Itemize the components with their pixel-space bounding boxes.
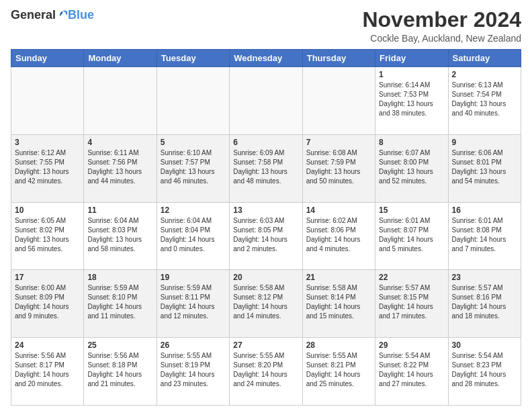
calendar-cell: 1Sunrise: 6:14 AM Sunset: 7:53 PM Daylig… [375, 67, 448, 135]
page: General Blue November 2024 Cockle Bay, A… [0, 0, 532, 411]
month-title: November 2024 [362, 8, 521, 32]
week-row-2: 3Sunrise: 6:12 AM Sunset: 7:55 PM Daylig… [11, 134, 521, 202]
day-info: Sunrise: 5:54 AM Sunset: 8:23 PM Dayligh… [452, 351, 517, 389]
day-info: Sunrise: 6:08 AM Sunset: 7:59 PM Dayligh… [306, 148, 371, 186]
header-monday: Monday [84, 50, 157, 67]
day-number: 1 [379, 70, 444, 79]
day-info: Sunrise: 5:56 AM Sunset: 8:18 PM Dayligh… [87, 351, 152, 389]
day-number: 13 [233, 205, 298, 215]
calendar-cell: 7Sunrise: 6:08 AM Sunset: 7:59 PM Daylig… [302, 134, 375, 202]
day-number: 22 [379, 273, 444, 282]
day-info: Sunrise: 5:56 AM Sunset: 8:17 PM Dayligh… [15, 351, 80, 389]
day-number: 23 [452, 273, 517, 282]
calendar-cell: 23Sunrise: 5:57 AM Sunset: 8:16 PM Dayli… [448, 270, 521, 338]
calendar-cell: 24Sunrise: 5:56 AM Sunset: 8:17 PM Dayli… [11, 338, 84, 406]
day-number: 21 [306, 273, 371, 282]
day-info: Sunrise: 6:04 AM Sunset: 8:04 PM Dayligh… [161, 216, 226, 254]
day-info: Sunrise: 5:59 AM Sunset: 8:10 PM Dayligh… [87, 283, 152, 321]
day-number: 29 [379, 340, 444, 350]
day-info: Sunrise: 6:02 AM Sunset: 8:06 PM Dayligh… [306, 216, 371, 254]
calendar-cell: 17Sunrise: 6:00 AM Sunset: 8:09 PM Dayli… [11, 270, 84, 338]
calendar-header-row: Sunday Monday Tuesday Wednesday Thursday… [11, 50, 521, 67]
calendar-cell: 30Sunrise: 5:54 AM Sunset: 8:23 PM Dayli… [448, 338, 521, 406]
day-info: Sunrise: 5:55 AM Sunset: 8:21 PM Dayligh… [306, 351, 371, 389]
calendar-cell [157, 67, 229, 135]
day-number: 9 [452, 138, 517, 147]
day-number: 18 [87, 273, 152, 282]
calendar-table: Sunday Monday Tuesday Wednesday Thursday… [11, 49, 521, 406]
week-row-3: 10Sunrise: 6:05 AM Sunset: 8:02 PM Dayli… [11, 202, 521, 270]
week-row-1: 1Sunrise: 6:14 AM Sunset: 7:53 PM Daylig… [11, 67, 521, 135]
logo-blue-text: Blue [68, 8, 94, 22]
calendar-cell: 27Sunrise: 5:55 AM Sunset: 8:20 PM Dayli… [230, 338, 302, 406]
title-section: November 2024 Cockle Bay, Auckland, New … [362, 8, 521, 44]
day-info: Sunrise: 6:01 AM Sunset: 8:07 PM Dayligh… [379, 216, 444, 254]
day-info: Sunrise: 5:54 AM Sunset: 8:22 PM Dayligh… [379, 351, 444, 389]
header-saturday: Saturday [448, 50, 521, 67]
calendar-cell: 12Sunrise: 6:04 AM Sunset: 8:04 PM Dayli… [157, 202, 229, 270]
day-number: 10 [15, 205, 80, 215]
calendar-cell: 11Sunrise: 6:04 AM Sunset: 8:03 PM Dayli… [84, 202, 157, 270]
calendar-cell: 29Sunrise: 5:54 AM Sunset: 8:22 PM Dayli… [375, 338, 448, 406]
day-number: 19 [161, 273, 226, 282]
day-number: 26 [161, 340, 226, 350]
calendar-cell: 9Sunrise: 6:06 AM Sunset: 8:01 PM Daylig… [448, 134, 521, 202]
day-number: 30 [452, 340, 517, 350]
calendar-cell: 28Sunrise: 5:55 AM Sunset: 8:21 PM Dayli… [302, 338, 375, 406]
day-info: Sunrise: 5:58 AM Sunset: 8:12 PM Dayligh… [233, 283, 298, 321]
day-info: Sunrise: 6:10 AM Sunset: 7:57 PM Dayligh… [161, 148, 226, 186]
calendar-cell: 6Sunrise: 6:09 AM Sunset: 7:58 PM Daylig… [230, 134, 302, 202]
calendar-cell: 3Sunrise: 6:12 AM Sunset: 7:55 PM Daylig… [11, 134, 84, 202]
calendar-cell: 15Sunrise: 6:01 AM Sunset: 8:07 PM Dayli… [375, 202, 448, 270]
day-number: 2 [452, 70, 517, 79]
header-wednesday: Wednesday [230, 50, 302, 67]
day-number: 8 [379, 138, 444, 147]
header-friday: Friday [375, 50, 448, 67]
header-tuesday: Tuesday [157, 50, 229, 67]
day-info: Sunrise: 6:09 AM Sunset: 7:58 PM Dayligh… [233, 148, 298, 186]
calendar-cell: 2Sunrise: 6:13 AM Sunset: 7:54 PM Daylig… [448, 67, 521, 135]
day-number: 4 [87, 138, 152, 147]
logo-general-text: General [11, 8, 56, 22]
calendar-cell: 8Sunrise: 6:07 AM Sunset: 8:00 PM Daylig… [375, 134, 448, 202]
day-number: 12 [161, 205, 226, 215]
day-number: 11 [87, 205, 152, 215]
week-row-4: 17Sunrise: 6:00 AM Sunset: 8:09 PM Dayli… [11, 270, 521, 338]
day-info: Sunrise: 5:55 AM Sunset: 8:19 PM Dayligh… [161, 351, 226, 389]
calendar-cell: 16Sunrise: 6:01 AM Sunset: 8:08 PM Dayli… [448, 202, 521, 270]
day-info: Sunrise: 6:01 AM Sunset: 8:08 PM Dayligh… [452, 216, 517, 254]
calendar-cell [11, 67, 84, 135]
day-number: 6 [233, 138, 298, 147]
day-info: Sunrise: 5:59 AM Sunset: 8:11 PM Dayligh… [161, 283, 226, 321]
header-sunday: Sunday [11, 50, 84, 67]
day-number: 17 [15, 273, 80, 282]
calendar-cell: 22Sunrise: 5:57 AM Sunset: 8:15 PM Dayli… [375, 270, 448, 338]
day-number: 7 [306, 138, 371, 147]
day-info: Sunrise: 6:13 AM Sunset: 7:54 PM Dayligh… [452, 81, 517, 118]
calendar-cell: 14Sunrise: 6:02 AM Sunset: 8:06 PM Dayli… [302, 202, 375, 270]
day-number: 15 [379, 205, 444, 215]
calendar-cell: 25Sunrise: 5:56 AM Sunset: 8:18 PM Dayli… [84, 338, 157, 406]
day-number: 27 [233, 340, 298, 350]
day-number: 25 [87, 340, 152, 350]
calendar-cell: 26Sunrise: 5:55 AM Sunset: 8:19 PM Dayli… [157, 338, 229, 406]
calendar-cell: 19Sunrise: 5:59 AM Sunset: 8:11 PM Dayli… [157, 270, 229, 338]
day-number: 24 [15, 340, 80, 350]
calendar-cell [302, 67, 375, 135]
calendar-cell: 5Sunrise: 6:10 AM Sunset: 7:57 PM Daylig… [157, 134, 229, 202]
location-subtitle: Cockle Bay, Auckland, New Zealand [362, 33, 521, 44]
day-info: Sunrise: 6:04 AM Sunset: 8:03 PM Dayligh… [87, 216, 152, 254]
day-info: Sunrise: 6:12 AM Sunset: 7:55 PM Dayligh… [15, 148, 80, 186]
day-info: Sunrise: 6:11 AM Sunset: 7:56 PM Dayligh… [87, 148, 152, 186]
day-info: Sunrise: 6:07 AM Sunset: 8:00 PM Dayligh… [379, 148, 444, 186]
calendar-cell: 13Sunrise: 6:03 AM Sunset: 8:05 PM Dayli… [230, 202, 302, 270]
week-row-5: 24Sunrise: 5:56 AM Sunset: 8:17 PM Dayli… [11, 338, 521, 406]
calendar-cell: 21Sunrise: 5:58 AM Sunset: 8:14 PM Dayli… [302, 270, 375, 338]
day-info: Sunrise: 5:57 AM Sunset: 8:15 PM Dayligh… [379, 283, 444, 321]
calendar-cell: 4Sunrise: 6:11 AM Sunset: 7:56 PM Daylig… [84, 134, 157, 202]
day-info: Sunrise: 6:14 AM Sunset: 7:53 PM Dayligh… [379, 81, 444, 118]
day-info: Sunrise: 6:03 AM Sunset: 8:05 PM Dayligh… [233, 216, 298, 254]
calendar-cell: 18Sunrise: 5:59 AM Sunset: 8:10 PM Dayli… [84, 270, 157, 338]
day-number: 3 [15, 138, 80, 147]
day-info: Sunrise: 5:55 AM Sunset: 8:20 PM Dayligh… [233, 351, 298, 389]
